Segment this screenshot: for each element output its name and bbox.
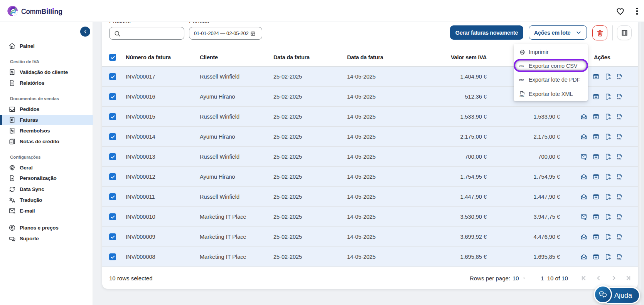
svg-text:XML: XML [617, 257, 621, 260]
svg-text:XML: XML [617, 77, 621, 79]
svg-text:XML: XML [617, 157, 621, 159]
svg-text:XML: XML [519, 95, 524, 97]
svg-text:XML: XML [617, 217, 621, 220]
svg-text:XML: XML [617, 177, 621, 179]
svg-text:XML: XML [617, 137, 621, 139]
svg-text:XML: XML [617, 97, 621, 99]
svg-text:XML: XML [617, 197, 621, 199]
svg-text:XML: XML [617, 237, 621, 240]
svg-text:PDF: PDF [519, 79, 524, 81]
svg-text:XML: XML [617, 117, 621, 119]
